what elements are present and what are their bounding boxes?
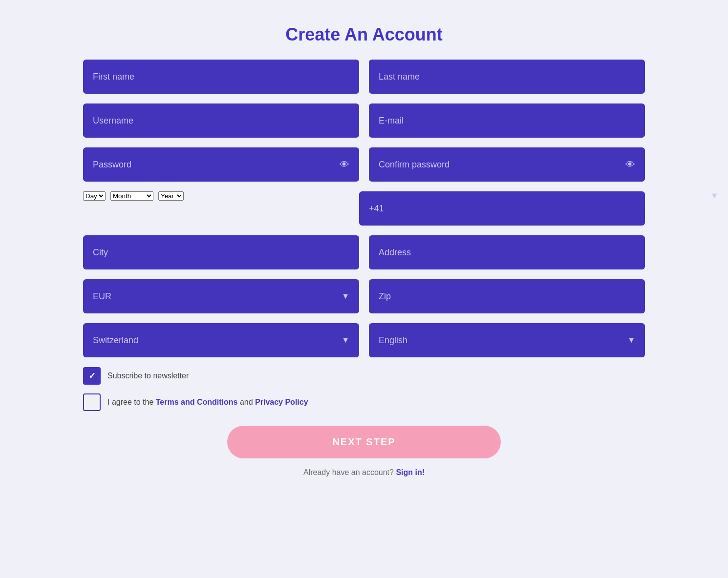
password-row: 👁︎ 👁︎ [83, 147, 645, 182]
confirm-password-input[interactable] [379, 160, 635, 170]
language-field[interactable]: English German French Italian ▼ [369, 323, 645, 357]
terms-link[interactable]: Terms and Conditions [156, 398, 238, 406]
signin-row: Already have an account? Sign in! [83, 468, 645, 477]
confirm-password-field[interactable]: 👁︎ [369, 147, 645, 182]
first-name-input[interactable] [93, 72, 349, 82]
year-select[interactable]: Year 20242023200019901980 [158, 191, 184, 201]
last-name-field[interactable] [369, 60, 645, 94]
terms-label: I agree to the Terms and Conditions and … [107, 398, 308, 407]
next-step-button[interactable]: NEXT STEP [227, 426, 501, 458]
terms-row: I agree to the Terms and Conditions and … [83, 393, 645, 411]
page-container: Create An Account 👁︎ 👁︎ [64, 10, 664, 496]
password-eye-icon[interactable]: 👁︎ [340, 159, 349, 170]
date-phone-row: Day 12345 678910 1112131415 1617181920 2… [83, 191, 645, 226]
username-input[interactable] [93, 116, 349, 126]
privacy-link[interactable]: Privacy Policy [255, 398, 308, 406]
phone-input[interactable] [369, 204, 635, 214]
city-address-row [83, 235, 645, 269]
password-field[interactable]: 👁︎ [83, 147, 359, 182]
currency-select[interactable]: EUR USD GBP CHF [93, 291, 349, 301]
city-field[interactable] [83, 235, 359, 269]
terms-prefix: I agree to the [107, 398, 156, 406]
last-name-input[interactable] [379, 72, 635, 82]
day-chevron-icon: ▼ [710, 191, 718, 200]
signin-prefix: Already have an account? [303, 468, 396, 476]
country-select[interactable]: Switzerland Germany France United Kingdo… [93, 335, 349, 345]
country-field[interactable]: Switzerland Germany France United Kingdo… [83, 323, 359, 357]
zip-input[interactable] [379, 291, 635, 302]
signin-link[interactable]: Sign in! [396, 468, 425, 476]
terms-middle: and [237, 398, 255, 406]
email-field[interactable] [369, 103, 645, 138]
zip-field[interactable] [369, 279, 645, 313]
page-title: Create An Account [83, 20, 645, 45]
phone-field[interactable] [359, 191, 645, 226]
email-input[interactable] [379, 116, 635, 126]
confirm-password-eye-icon[interactable]: 👁︎ [625, 159, 635, 170]
address-input[interactable] [379, 248, 635, 258]
month-field[interactable]: Month JanuaryFebruaryMarchApril MayJuneJ… [110, 191, 153, 226]
month-chevron-icon: ▼ [710, 191, 718, 200]
first-name-field[interactable] [83, 60, 359, 94]
month-select[interactable]: Month JanuaryFebruaryMarchApril MayJuneJ… [110, 191, 153, 201]
terms-checkbox[interactable] [83, 393, 101, 411]
newsletter-row: Subscribe to newsletter [83, 367, 645, 385]
day-field[interactable]: Day 12345 678910 1112131415 1617181920 2… [83, 191, 106, 226]
password-input[interactable] [93, 160, 349, 170]
name-row [83, 60, 645, 94]
year-field[interactable]: Year 20242023200019901980 ▼ [158, 191, 184, 226]
checkbox-section: Subscribe to newsletter I agree to the T… [83, 367, 645, 411]
country-language-row: Switzerland Germany France United Kingdo… [83, 323, 645, 357]
username-email-row [83, 103, 645, 138]
date-section: Day 12345 678910 1112131415 1617181920 2… [83, 191, 349, 226]
city-input[interactable] [93, 248, 349, 258]
address-field[interactable] [369, 235, 645, 269]
currency-field[interactable]: EUR USD GBP CHF ▼ [83, 279, 359, 313]
currency-zip-row: EUR USD GBP CHF ▼ [83, 279, 645, 313]
newsletter-label: Subscribe to newsletter [107, 372, 189, 380]
newsletter-checkbox[interactable] [83, 367, 101, 385]
day-select[interactable]: Day 12345 678910 1112131415 1617181920 2… [83, 191, 106, 201]
language-select[interactable]: English German French Italian [379, 335, 635, 345]
username-field[interactable] [83, 103, 359, 138]
year-chevron-icon: ▼ [710, 191, 718, 200]
